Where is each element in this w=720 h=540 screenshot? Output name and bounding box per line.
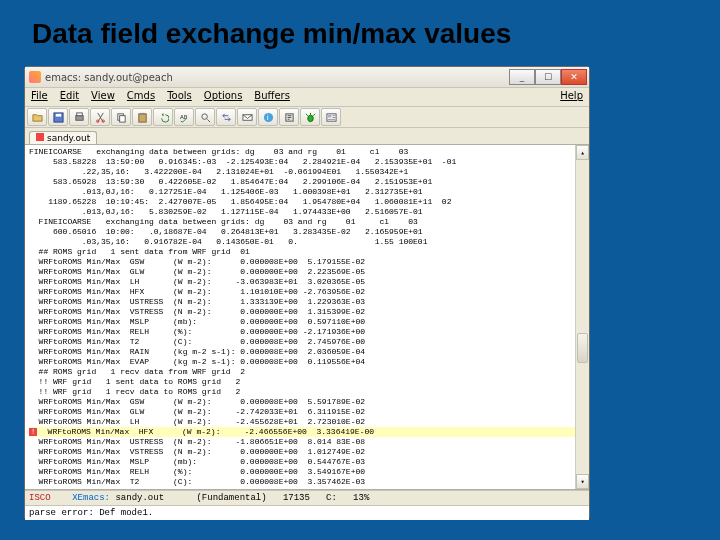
buffer-line: .03,35,16: 0.916782E-04 0.143650E-01 0. …	[29, 237, 585, 247]
buffer-line: ## ROMS grid 1 sent data from WRF grid 0…	[29, 247, 585, 257]
mode-buffer-name: sandy.out	[115, 493, 164, 503]
svg-text:i: i	[266, 113, 268, 122]
info-icon[interactable]: i	[258, 108, 278, 126]
buffer-line: WRFtoROMS Min/Max T2 (C): 0.000008E+00 3…	[29, 477, 585, 487]
mode-line[interactable]: ISCO XEmacs: sandy.out (Fundamental) 171…	[25, 490, 589, 505]
buffer-line: WRFtoROMS Min/Max RAIN (kg m-2 s-1): 0.0…	[29, 487, 585, 490]
toolbar: AB i	[25, 107, 589, 128]
mode-major: (Fundamental)	[196, 493, 266, 503]
scrollbar[interactable]: ▴ ▾	[575, 145, 589, 489]
buffer-line: WRFtoROMS Min/Max LH (W m-2): -2.455628E…	[29, 417, 585, 427]
mode-kind: ISCO	[29, 493, 51, 503]
buffer-line: WRFtoROMS Min/Max USTRESS (N m-2): -1.80…	[29, 437, 585, 447]
window-controls: _ ☐ ✕	[509, 69, 587, 85]
svg-rect-8	[138, 113, 145, 121]
app-icon	[29, 71, 41, 83]
buffer-line: WRFtoROMS Min/Max GSW (W m-2): 0.000008E…	[29, 257, 585, 267]
svg-rect-3	[76, 112, 82, 115]
cut-icon[interactable]	[90, 108, 110, 126]
minimize-button[interactable]: _	[509, 69, 535, 85]
maximize-button[interactable]: ☐	[535, 69, 561, 85]
svg-rect-2	[75, 115, 82, 120]
diskette-icon[interactable]	[48, 108, 68, 126]
buffer-line: WRFtoROMS Min/Max HFX (W m-2): 1.101010E…	[29, 287, 585, 297]
buffer-line: .013,0J,16: 5.830259E-02 1.127115E-04 1.…	[29, 207, 585, 217]
buffer-line: WRFtoROMS Min/Max VSTRESS (N m-2): 0.000…	[29, 307, 585, 317]
buffer-line: WRFtoROMS Min/Max RELH (%): 0.000000E+00…	[29, 327, 585, 337]
buffer-line: WRFtoROMS Min/Max EVAP (kg m-2 s-1): 0.0…	[29, 357, 585, 367]
window-title: emacs: sandy.out@peach	[45, 72, 173, 83]
svg-rect-9	[140, 112, 144, 114]
menubar: File Edit View Cmds Tools Options Buffer…	[25, 88, 589, 107]
buffer-line: 583.65928 13:59:30 0.422605E-02 1.854647…	[29, 177, 585, 187]
error-icon	[29, 428, 37, 436]
menu-cmds[interactable]: Cmds	[121, 88, 161, 106]
buffer-line: .22,35,16: 3.422200E-04 2.131024E+01 -0.…	[29, 167, 585, 177]
search-icon[interactable]	[195, 108, 215, 126]
replace-icon[interactable]	[216, 108, 236, 126]
svg-point-4	[96, 119, 98, 121]
buffer-line: !! WRF grid 1 recv data to ROMS grid 2	[29, 387, 585, 397]
svg-text:AB: AB	[179, 114, 187, 120]
news-icon[interactable]	[321, 108, 341, 126]
svg-point-5	[102, 119, 104, 121]
buffer-line: WRFtoROMS Min/Max MSLP (mb): 0.000000E+0…	[29, 317, 585, 327]
buffer-line: WRFtoROMS Min/Max GLW (W m-2): 0.000000E…	[29, 267, 585, 277]
spell-icon[interactable]: AB	[174, 108, 194, 126]
buffer-line: WRFtoROMS Min/Max LH (W m-2): -3.063983E…	[29, 277, 585, 287]
buffer-line: WRFtoROMS Min/Max T2 (C): 0.000008E+00 2…	[29, 337, 585, 347]
buffer-line: WRFtoROMS Min/Max RAIN (kg m-2 s-1): 0.0…	[29, 347, 585, 357]
close-button[interactable]: ✕	[561, 69, 587, 85]
mode-pct: 13%	[353, 493, 369, 503]
tab-sandy-out[interactable]: sandy.out	[29, 131, 97, 144]
buffer-line: WRFtoROMS Min/Max HFX (W m-2): -2.466556…	[29, 427, 585, 437]
mail-icon[interactable]	[237, 108, 257, 126]
mode-col: C:	[326, 493, 337, 503]
buffer-line: FINEICOARSE exchanging data between grid…	[29, 147, 585, 157]
mode-line-no: 17135	[283, 493, 310, 503]
buffer-line: 600.65016 10:00: .0,18687E-04 0.264813E+…	[29, 227, 585, 237]
menu-view[interactable]: View	[85, 88, 121, 106]
scroll-down-icon[interactable]: ▾	[576, 474, 589, 489]
svg-point-16	[307, 115, 313, 121]
menu-tools[interactable]: Tools	[161, 88, 198, 106]
paste-icon[interactable]	[132, 108, 152, 126]
svg-rect-7	[119, 115, 125, 121]
buffer-line: .013,0J,16: 0.127251E-04 1.125406E-03 1.…	[29, 187, 585, 197]
buffer-line: 1189.65228 10:19:45: 2.427007E-05 1.8564…	[29, 197, 585, 207]
menu-edit[interactable]: Edit	[54, 88, 85, 106]
buffer-line: ## ROMS grid 1 recv data from WRF grid 2	[29, 367, 585, 377]
minibuffer[interactable]: parse error: Def mode1.	[25, 505, 589, 520]
svg-point-11	[201, 113, 207, 119]
buffer-line: WRFtoROMS Min/Max GLW (W m-2): -2.742033…	[29, 407, 585, 417]
file-icon	[36, 133, 44, 141]
tab-label: sandy.out	[47, 133, 90, 143]
scroll-up-icon[interactable]: ▴	[576, 145, 589, 160]
buffer-line: FINEICOARSE exchanging data between grid…	[29, 217, 585, 227]
buffer-line: WRFtoROMS Min/Max RELH (%): 0.000000E+00…	[29, 467, 585, 477]
folder-open-icon[interactable]	[27, 108, 47, 126]
buffer-line: 583.58228 13:59:00 0.916345:-03 -2.12549…	[29, 157, 585, 167]
buffer-line: !! WRF grid 1 sent data to ROMS grid 2	[29, 377, 585, 387]
titlebar[interactable]: emacs: sandy.out@peach _ ☐ ✕	[25, 67, 589, 88]
scroll-thumb[interactable]	[577, 333, 588, 363]
menu-file[interactable]: File	[25, 88, 54, 106]
menu-help[interactable]: Help	[554, 88, 589, 106]
buffer-line: WRFtoROMS Min/Max MSLP (mb): 0.000008E+0…	[29, 457, 585, 467]
menu-buffers[interactable]: Buffers	[248, 88, 296, 106]
compile-icon[interactable]	[279, 108, 299, 126]
scroll-track[interactable]	[576, 160, 589, 474]
text-buffer[interactable]: FINEICOARSE exchanging data between grid…	[25, 145, 589, 490]
svg-rect-1	[55, 113, 61, 116]
tabbar: sandy.out	[25, 128, 589, 145]
buffer-line: WRFtoROMS Min/Max VSTRESS (N m-2): 0.000…	[29, 447, 585, 457]
svg-rect-18	[327, 114, 331, 117]
mode-client: XEmacs:	[72, 493, 110, 503]
copy-icon[interactable]	[111, 108, 131, 126]
print-icon[interactable]	[69, 108, 89, 126]
status-area: ISCO XEmacs: sandy.out (Fundamental) 171…	[25, 490, 589, 520]
buffer-line: WRFtoROMS Min/Max USTRESS (N m-2): 1.333…	[29, 297, 585, 307]
debug-icon[interactable]	[300, 108, 320, 126]
menu-options[interactable]: Options	[198, 88, 249, 106]
undo-icon[interactable]	[153, 108, 173, 126]
